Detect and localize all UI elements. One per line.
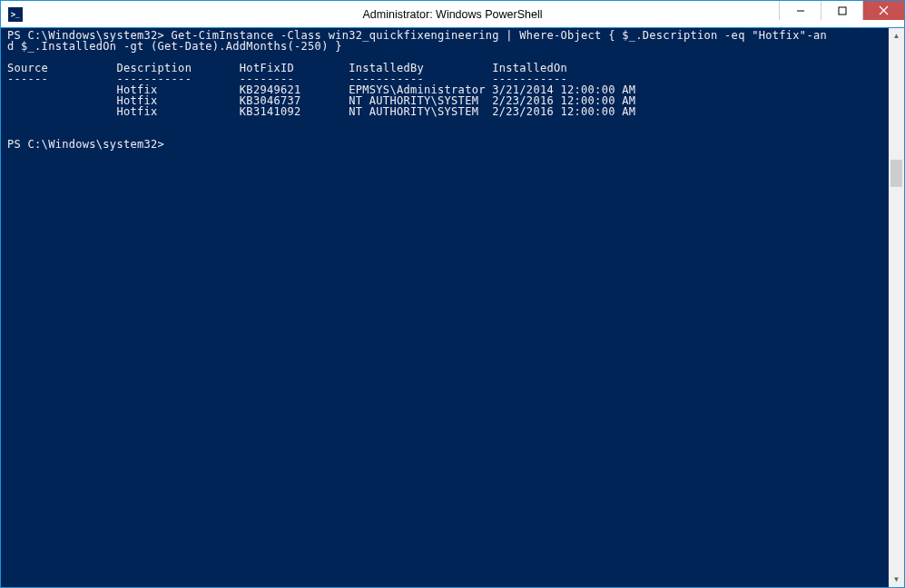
- scroll-up-arrow[interactable]: ▲: [889, 28, 904, 44]
- powershell-window: >_ Administrator: Windows PowerShell PS …: [0, 0, 905, 588]
- titlebar[interactable]: >_ Administrator: Windows PowerShell: [1, 1, 904, 28]
- svg-rect-1: [839, 7, 846, 15]
- maximize-button[interactable]: [821, 1, 862, 20]
- scroll-track[interactable]: [889, 44, 904, 572]
- vertical-scrollbar[interactable]: ▲ ▼: [889, 28, 904, 587]
- window-title: Administrator: Windows PowerShell: [1, 1, 904, 28]
- scroll-thumb[interactable]: [890, 160, 902, 187]
- powershell-icon: >_: [8, 7, 23, 22]
- scroll-down-arrow[interactable]: ▼: [889, 572, 904, 587]
- minimize-button[interactable]: [779, 1, 821, 20]
- close-button[interactable]: [862, 1, 904, 20]
- window-controls: [779, 1, 904, 27]
- terminal-wrapper: PS C:\Windows\system32> Get-CimInstance …: [1, 28, 904, 587]
- terminal-output[interactable]: PS C:\Windows\system32> Get-CimInstance …: [1, 28, 889, 587]
